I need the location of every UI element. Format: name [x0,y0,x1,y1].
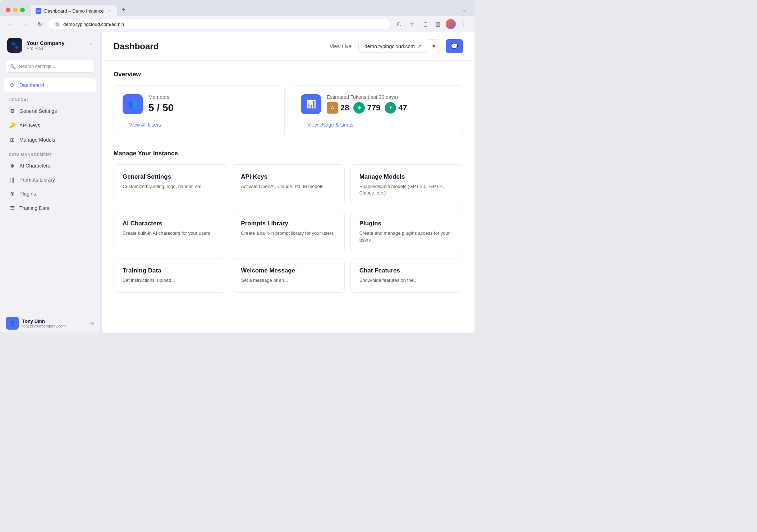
external-link-icon: ↗ [418,43,422,49]
dashboard-icon: ⟳ [9,82,16,88]
tokens-icon: 📊 [301,94,321,114]
user-name: Tony Dinh [22,318,86,324]
tokens-values: A 28 ✦ 779 ✦ [327,102,407,114]
minimize-button[interactable] [13,8,18,12]
manage-card-desc: Create a built-in prompt library for you… [241,230,335,237]
anthropic-value: 28 [340,103,349,113]
company-avatar: 🐾 [7,38,22,53]
search-input[interactable] [6,60,95,73]
sidebar-item-ai-characters[interactable]: ☻ AI Characters [4,159,96,172]
close-button[interactable] [6,8,10,12]
app-window: 🐾 Your Company Pro Plan ⌃ 🔍 ⟳ Dashboard [0,32,474,332]
manage-card-general-settings[interactable]: General Settings Customize branding, log… [114,164,226,205]
view-all-users-link[interactable]: → View All Users [123,122,161,128]
members-card-header: 👥 Members 5 / 50 [123,94,276,114]
company-name: Your Company [27,40,84,46]
more-menu-icon[interactable]: ⋮ [459,19,469,29]
sidebar-item-general-settings[interactable]: ⚙ General Settings [4,104,96,118]
search-icon: 🔍 [10,64,16,69]
maximize-button[interactable] [20,8,25,12]
refresh-button[interactable]: ↻ [35,19,45,29]
data-section-label: Data Management [4,148,96,159]
manage-card-desc: Activate OpenAI, Claude, PaLM models [241,183,335,190]
forward-button[interactable]: → [20,19,30,29]
content-area: Overview 👥 Members 5 / 50 → View All Use… [102,61,474,303]
active-tab[interactable]: D Dashboard – Demo Instance × [31,5,117,16]
members-info: Members 5 / 50 [148,94,174,114]
company-plan: Pro Plan [27,46,84,51]
manage-section-title: Manage Your Instance [114,150,463,157]
view-live-label: View Live: [330,43,353,49]
sidebar-item-label: Training Data [19,205,50,211]
chat-icon: 💬 [451,43,458,50]
view-usage-link[interactable]: → View Usage & Limits [301,122,353,128]
user-info: Tony Dinh tony@yourcompany.com [22,318,86,328]
sidebar-item-label: API Keys [19,123,40,128]
manage-card-desc: Set instructions, upload... [123,277,217,284]
page-title: Dashboard [114,41,324,51]
gpt4-icon: ✦ [385,102,396,114]
manage-card-desc: Set a message or an... [241,277,335,284]
sidebar: 🐾 Your Company Pro Plan ⌃ 🔍 ⟳ Dashboard [0,32,101,332]
manage-card-plugins[interactable]: Plugins Create and manage plugins access… [350,211,463,252]
user-avatar: 👤 [6,317,19,330]
main-content: Dashboard View Live: demo.typingcloud.co… [102,32,474,332]
browser-titlebar: D Dashboard – Demo Instance × + ⌵ [0,0,474,16]
overview-section-title: Overview [114,71,463,78]
manage-card-desc: Create built-in AI characters for your u… [123,230,217,237]
openai-value: 779 [367,103,380,113]
tab-favicon: D [36,8,41,14]
manage-card-api-keys[interactable]: API Keys Activate OpenAI, Claude, PaLM m… [232,164,344,205]
chat-button[interactable]: 💬 [446,39,463,53]
extensions-icon[interactable]: ⬚ [420,19,430,29]
url-bar[interactable]: ⊙ demo.typingcloud.com/admin [49,19,390,29]
gpt4-token-badge: ✦ 47 [385,102,407,114]
overview-cards: 👥 Members 5 / 50 → View All Users 📊 [114,85,463,137]
reader-mode-icon[interactable]: ▤ [433,19,443,29]
manage-card-title: Manage Models [359,173,454,180]
manage-models-icon: ⊞ [9,137,16,143]
tab-list-button[interactable]: ⌵ [460,6,469,14]
manage-card-title: Plugins [359,220,454,227]
traffic-lights [6,8,25,12]
address-bar: ← → ↻ ⊙ demo.typingcloud.com/admin ⬡ ☆ ⬚… [0,16,474,32]
url-text: demo.typingcloud.com/admin [63,22,124,27]
manage-card-training-data[interactable]: Training Data Set instructions, upload..… [114,258,226,293]
sidebar-item-plugins[interactable]: ⊕ Plugins [4,187,96,201]
prompts-library-icon: ||| [9,176,16,183]
manage-card-title: API Keys [241,173,335,180]
bookmark-icon[interactable]: ☆ [407,19,417,29]
top-bar: Dashboard View Live: demo.typingcloud.co… [102,32,474,61]
sidebar-item-api-keys[interactable]: 🔑 API Keys [4,119,96,132]
company-header[interactable]: 🐾 Your Company Pro Plan ⌃ [0,32,100,59]
members-icon: 👥 [123,94,143,114]
company-info: Your Company Pro Plan [27,40,84,51]
manage-card-title: General Settings [123,173,217,180]
manage-card-welcome-message[interactable]: Welcome Message Set a message or an... [232,258,344,293]
new-tab-button[interactable]: + [117,4,130,16]
manage-card-manage-models[interactable]: Manage Models Enable/disable models (GPT… [350,164,463,205]
sidebar-item-training-data[interactable]: ☰ Training Data [4,201,96,215]
manage-card-prompts-library[interactable]: Prompts Library Create a built-in prompt… [232,211,344,252]
sidebar-item-prompts-library[interactable]: ||| Prompts Library [4,173,96,186]
manage-card-chat-features[interactable]: Chat Features Show/hide features on the.… [350,258,463,293]
openai-token-badge: ✦ 779 [353,102,380,114]
sidebar-item-manage-models[interactable]: ⊞ Manage Models [4,133,96,147]
back-button[interactable]: ← [6,19,16,29]
live-url-dropdown[interactable]: ▾ [428,39,440,53]
live-url-button[interactable]: demo.typingcloud.com ↗ [358,40,428,53]
live-url-container: demo.typingcloud.com ↗ ▾ [358,39,440,53]
sidebar-item-label: Prompts Library [19,177,55,183]
manage-card-ai-characters[interactable]: AI Characters Create built-in AI charact… [114,211,226,252]
manage-grid: General Settings Customize branding, log… [114,164,463,293]
logout-button[interactable]: ⇥ [89,319,95,327]
company-avatar-image: 🐾 [7,38,22,53]
manage-card-title: Training Data [123,267,217,274]
openai-icon: ✦ [353,102,365,114]
sidebar-item-label: General Settings [19,108,57,114]
screen-share-icon[interactable]: ⬡ [394,19,404,29]
tab-close-button[interactable]: × [106,8,112,14]
sidebar-item-label: AI Characters [19,163,50,169]
sidebar-item-dashboard[interactable]: ⟳ Dashboard [4,78,96,92]
profile-icon[interactable] [446,19,456,29]
